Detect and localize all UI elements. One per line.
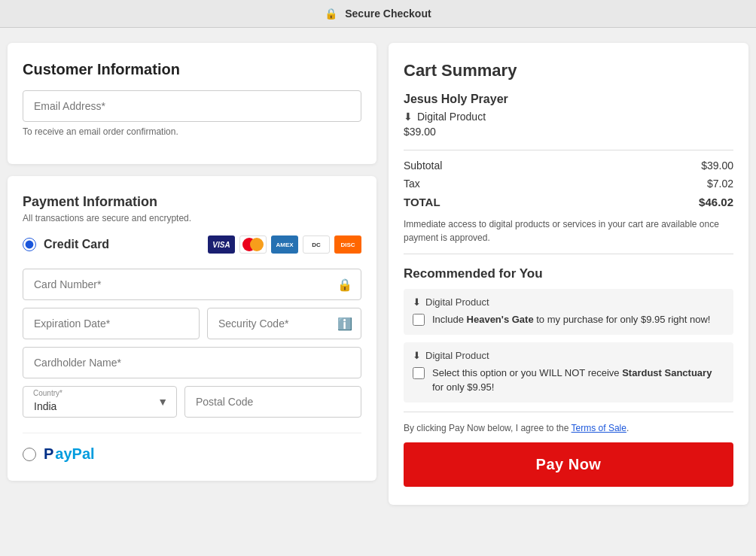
customer-info-title: Customer Information bbox=[23, 61, 361, 78]
rec2-product-type: ⬇ Digital Product bbox=[413, 350, 724, 361]
card-lock-icon: 🔒 bbox=[337, 278, 352, 292]
paypal-radio[interactable] bbox=[23, 448, 36, 461]
country-select-wrapper: Country* India USA UK ▼ bbox=[23, 386, 177, 418]
total-label: TOTAL bbox=[404, 196, 440, 208]
rec2-product-type-label: Digital Product bbox=[425, 350, 489, 361]
rec1-checkbox[interactable] bbox=[413, 314, 425, 326]
total-value: $46.02 bbox=[699, 196, 733, 208]
country-label: Country* bbox=[33, 389, 62, 397]
credit-card-option: Credit Card VISA AMEX DC DISC bbox=[23, 235, 361, 254]
payment-info-title: Payment Information bbox=[23, 194, 361, 210]
rec2-checkbox-row: Select this option or you WILL NOT recei… bbox=[413, 366, 724, 395]
divider-3 bbox=[404, 412, 733, 412]
left-panel: Customer Information To receive an email… bbox=[8, 43, 376, 505]
rec-item-1: ⬇ Digital Product Include Heaven's Gate … bbox=[404, 289, 733, 335]
main-container: Customer Information To receive an email… bbox=[0, 28, 756, 520]
customer-information-card: Customer Information To receive an email… bbox=[8, 43, 376, 164]
rec1-checkbox-row: Include Heaven's Gate to my purchase for… bbox=[413, 312, 724, 327]
expiration-input[interactable] bbox=[23, 308, 200, 339]
total-row: TOTAL $46.02 bbox=[404, 196, 733, 208]
expiry-security-row: ℹ️ bbox=[23, 308, 361, 339]
terms-before: By clicking Pay Now below, I agree to th… bbox=[404, 423, 572, 433]
product-type-label: Digital Product bbox=[417, 111, 486, 123]
email-input[interactable] bbox=[23, 90, 361, 122]
rec2-text-before: Select this option or you WILL NOT recei… bbox=[432, 367, 622, 378]
card-icons: VISA AMEX DC DISC bbox=[208, 235, 361, 254]
right-panel: Cart Summary Jesus Holy Prayer ⬇ Digital… bbox=[389, 43, 748, 505]
recommended-title: Recommended for You bbox=[404, 266, 733, 281]
download-icon: ⬇ bbox=[404, 111, 413, 123]
subtotal-row: Subtotal $39.00 bbox=[404, 160, 733, 172]
rec1-download-icon: ⬇ bbox=[413, 296, 421, 308]
payment-information-card: Payment Information All transactions are… bbox=[8, 176, 376, 481]
rec1-text-after: to my purchase for only $9.95 right now! bbox=[534, 314, 711, 325]
subtotal-value: $39.00 bbox=[701, 160, 733, 172]
cardholder-name-input[interactable] bbox=[23, 347, 361, 378]
cart-title: Cart Summary bbox=[404, 61, 733, 81]
cart-summary-card: Cart Summary Jesus Holy Prayer ⬇ Digital… bbox=[389, 43, 748, 505]
rec2-download-icon: ⬇ bbox=[413, 350, 421, 361]
secure-checkout-label: Secure Checkout bbox=[345, 8, 431, 20]
credit-card-label: Credit Card bbox=[44, 238, 109, 251]
card-number-wrapper: 🔒 bbox=[23, 269, 361, 300]
access-note: Immediate access to digital products or … bbox=[404, 217, 733, 245]
info-icon: ℹ️ bbox=[337, 317, 352, 331]
divider-1 bbox=[404, 150, 733, 150]
country-postal-row: Country* India USA UK ▼ bbox=[23, 386, 361, 418]
rec1-text-before: Include bbox=[432, 314, 467, 325]
rec2-text-after: for only $9.95! bbox=[432, 381, 494, 393]
rec1-product-type-label: Digital Product bbox=[425, 296, 489, 308]
credit-card-radio[interactable] bbox=[23, 238, 36, 251]
email-input-wrapper bbox=[23, 90, 361, 122]
email-form-group: To receive an email order confirmation. bbox=[23, 90, 361, 137]
paypal-logo: PayPal bbox=[44, 445, 95, 463]
terms-after: . bbox=[626, 423, 629, 433]
rec1-product-type: ⬇ Digital Product bbox=[413, 296, 724, 308]
discover-icon: DISC bbox=[334, 235, 361, 254]
tax-row: Tax $7.02 bbox=[404, 178, 733, 190]
rec2-text: Select this option or you WILL NOT recei… bbox=[432, 366, 724, 395]
card-fields: 🔒 ℹ️ Country* India USA bbox=[23, 266, 361, 421]
tax-value: $7.02 bbox=[707, 178, 733, 190]
payment-subtitle: All transactions are secure and encrypte… bbox=[23, 213, 361, 223]
tax-label: Tax bbox=[404, 178, 420, 190]
divider-2 bbox=[404, 254, 733, 254]
terms-text: By clicking Pay Now below, I agree to th… bbox=[404, 423, 733, 433]
pay-now-button[interactable]: Pay Now bbox=[404, 442, 733, 487]
rec1-text-bold: Heaven's Gate bbox=[467, 314, 534, 325]
paypal-option: PayPal bbox=[23, 433, 361, 463]
subtotal-label: Subtotal bbox=[404, 160, 442, 172]
visa-icon: VISA bbox=[208, 235, 235, 254]
postal-code-input[interactable] bbox=[184, 386, 361, 418]
card-number-input[interactable] bbox=[23, 269, 361, 300]
rec-item-2: ⬇ Digital Product Select this option or … bbox=[404, 342, 733, 403]
rec2-checkbox[interactable] bbox=[413, 367, 425, 379]
security-code-wrapper: ℹ️ bbox=[207, 308, 361, 339]
product-type-row: ⬇ Digital Product bbox=[404, 111, 733, 123]
rec1-text: Include Heaven's Gate to my purchase for… bbox=[432, 312, 711, 327]
email-hint: To receive an email order confirmation. bbox=[23, 126, 361, 137]
terms-link[interactable]: Terms of Sale bbox=[572, 423, 626, 433]
amex-icon: AMEX bbox=[271, 235, 298, 254]
diners-icon: DC bbox=[303, 235, 330, 254]
lock-icon: 🔒 bbox=[325, 8, 337, 20]
top-bar: 🔒 Secure Checkout bbox=[0, 0, 756, 28]
product-name: Jesus Holy Prayer bbox=[404, 93, 733, 106]
product-price: $39.00 bbox=[404, 126, 733, 138]
mastercard-icon bbox=[239, 235, 267, 254]
rec2-text-bold: Stardust Sanctuary bbox=[622, 367, 712, 378]
